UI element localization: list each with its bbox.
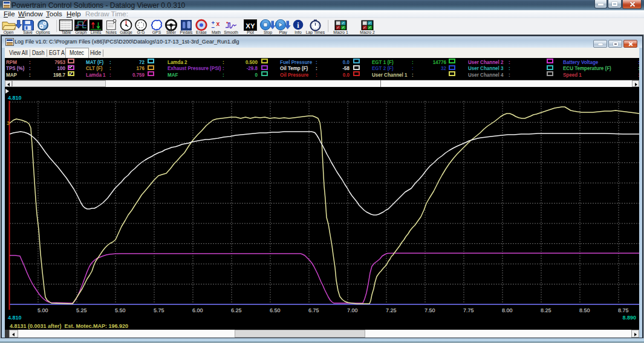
svg-text:7.75: 7.75 [463,307,474,313]
svg-text:8.00: 8.00 [502,307,513,313]
svg-text:6.75: 6.75 [308,307,319,313]
svg-text:Steer: Steer [166,30,177,34]
svg-text:6.50: 6.50 [270,307,281,313]
svg-text:i: i [297,21,299,30]
svg-text:Notes: Notes [106,30,117,34]
svg-text:Info: Info [294,30,302,34]
svg-text:Macro 2: Macro 2 [360,30,375,34]
svg-text:Math: Math [212,30,221,34]
svg-text:4.810: 4.810 [8,315,22,321]
svg-text:G-G: G-G [137,30,145,34]
svg-text:8.890: 8.890 [622,315,636,321]
svg-text:5.75: 5.75 [154,307,164,313]
svg-text:Pedals: Pedals [180,30,193,34]
svg-text:4.8131 (0.0031 after) Est. Mo: 4.8131 (0.0031 after) Est. Motec.MAP: 19… [10,323,128,329]
svg-text:8.25: 8.25 [541,307,551,313]
svg-text:7.50: 7.50 [424,307,435,313]
svg-text:Save: Save [23,30,33,34]
svg-text:Limits: Limits [91,30,102,34]
svg-text:−: − [212,24,215,31]
svg-text:x: x [216,20,220,27]
svg-text:8.50: 8.50 [579,307,590,313]
svg-text:GPS: GPS [152,30,161,34]
svg-text:3: 3 [7,120,10,126]
svg-text:5.00: 5.00 [37,307,48,313]
svg-text:Smooth: Smooth [224,30,238,34]
svg-text:Table: Table [61,30,71,34]
svg-text:6.00: 6.00 [192,307,203,313]
svg-text:5.50: 5.50 [115,307,126,313]
svg-text:Macro 1: Macro 1 [333,30,348,34]
svg-text:5.25: 5.25 [76,307,87,313]
svg-text:6.25: 6.25 [231,307,242,313]
svg-text:7.25: 7.25 [386,307,397,313]
svg-text:Erase: Erase [196,30,207,34]
svg-text:4.810: 4.810 [8,95,22,101]
svg-text:Plot: Plot [247,30,254,34]
svg-text:8.75: 8.75 [618,307,629,313]
svg-text:7.00: 7.00 [347,307,358,313]
svg-text:XY: XY [246,22,255,30]
